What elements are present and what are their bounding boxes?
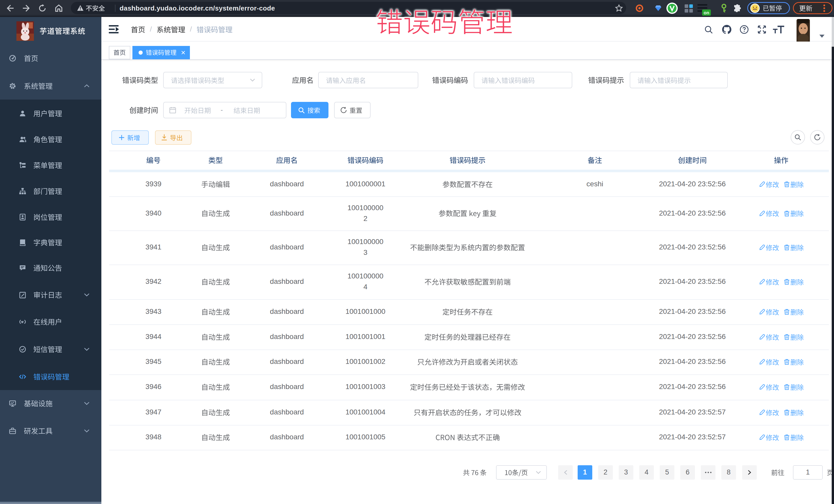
svg-text:on: on	[704, 10, 709, 15]
